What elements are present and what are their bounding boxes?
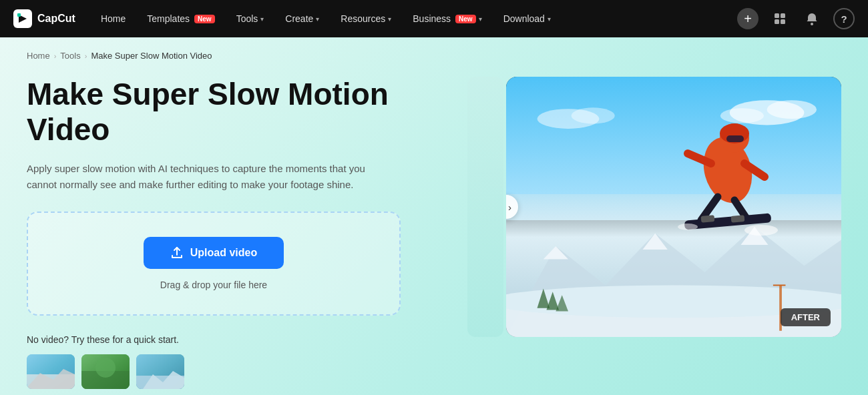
svg-marker-22 (544, 246, 568, 260)
drag-drop-hint: Drag & drop your file here (160, 280, 267, 290)
nav-tools[interactable]: Tools ▾ (235, 11, 266, 27)
snowboarder-figure (654, 97, 788, 250)
quick-start-label: No video? Try these for a quick start. (27, 334, 441, 345)
business-chevron: ▾ (479, 15, 482, 23)
upload-button[interactable]: Upload video (144, 237, 284, 269)
breadcrumb-sep-2: › (85, 52, 87, 60)
preview-left-strip (467, 77, 503, 337)
dashboard-button[interactable] (769, 8, 791, 29)
quick-start-thumbnails (27, 354, 441, 389)
svg-point-43 (744, 225, 778, 236)
svg-rect-3 (781, 13, 785, 18)
breadcrumb: Home › Tools › Make Super Slow Motion Vi… (27, 51, 841, 61)
nav-download[interactable]: Download ▾ (502, 11, 552, 27)
svg-point-6 (811, 23, 813, 25)
help-button[interactable]: ? (833, 8, 855, 29)
breadcrumb-sep-1: › (54, 52, 57, 60)
hero-right: ‹ › AFTER (467, 77, 841, 337)
svg-rect-2 (775, 13, 779, 18)
resources-chevron: ▾ (388, 15, 391, 23)
business-badge: New (455, 15, 476, 23)
breadcrumb-tools[interactable]: Tools (60, 51, 80, 61)
nav-right-controls: + ? (737, 8, 855, 29)
nav-resources[interactable]: Resources ▾ (339, 11, 393, 27)
upload-dropzone[interactable]: Upload video Drag & drop your file here (27, 212, 401, 316)
templates-badge: New (194, 15, 215, 23)
main-nav: CapCut Home Templates New Tools ▾ Create… (0, 0, 868, 37)
nav-business[interactable]: Business New ▾ (411, 11, 483, 27)
after-badge: AFTER (781, 308, 831, 326)
svg-point-12 (95, 358, 116, 378)
svg-rect-35 (726, 135, 744, 142)
logo[interactable]: CapCut (13, 9, 75, 28)
quick-thumb-2[interactable] (81, 354, 130, 389)
create-new-button[interactable]: + (737, 8, 758, 29)
svg-rect-42 (731, 215, 745, 223)
breadcrumb-current: Make Super Slow Motion Video (91, 51, 212, 61)
quick-thumb-1[interactable] (27, 354, 75, 389)
svg-point-44 (678, 224, 698, 230)
logo-text: CapCut (37, 13, 75, 25)
hero-description: Apply super slow motion with AI techniqu… (27, 161, 381, 193)
upload-icon (170, 246, 184, 260)
nav-arrow-icon: ‹ › (506, 202, 511, 213)
hero-left: Make Super Slow Motion Video Apply super… (27, 77, 441, 389)
tools-chevron: ▾ (260, 15, 264, 23)
nav-home[interactable]: Home (99, 11, 127, 27)
breadcrumb-home[interactable]: Home (27, 51, 50, 61)
svg-point-20 (571, 107, 614, 123)
notifications-button[interactable] (801, 8, 823, 29)
video-preview: ‹ › AFTER (506, 77, 841, 337)
svg-rect-41 (701, 215, 715, 223)
svg-rect-5 (781, 19, 785, 24)
page-title: Make Super Slow Motion Video (27, 77, 441, 147)
svg-rect-1 (17, 13, 21, 17)
hero-section: Make Super Slow Motion Video Apply super… (27, 77, 841, 389)
create-chevron: ▾ (316, 15, 319, 23)
quick-thumb-3[interactable] (136, 354, 184, 389)
download-chevron: ▾ (548, 15, 551, 23)
nav-templates[interactable]: Templates New (146, 11, 216, 27)
svg-rect-4 (775, 19, 779, 24)
page-content: Home › Tools › Make Super Slow Motion Vi… (0, 37, 868, 395)
nav-create[interactable]: Create ▾ (284, 11, 320, 27)
